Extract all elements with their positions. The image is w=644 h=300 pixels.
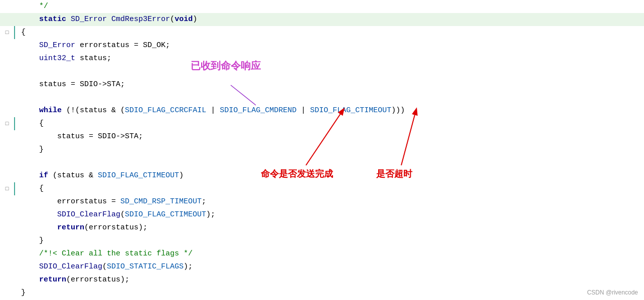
code-text-10: { [15,117,44,130]
code-text-8 [15,91,26,104]
gutter-10: □ [0,117,15,130]
code-text-14: if (status & SDIO_FLAG_CTIMEOUT) [15,169,184,182]
code-line-17: SDIO_ClearFlag(SDIO_FLAG_CTIMEOUT); [0,208,644,221]
code-text-9: while (!(status & (SDIO_FLAG_CCRCFAIL | … [15,104,405,117]
code-line-13 [0,156,644,169]
code-text-13 [15,156,26,169]
code-line-16: errorstatus = SD_CMD_RSP_TIMEOUT; [0,195,644,208]
code-line-2: static SD_Error CmdResp3Error(void) [0,13,644,26]
code-line-21: SDIO_ClearFlag(SDIO_STATIC_FLAGS); [0,260,644,273]
code-text-1: */ [15,0,48,13]
gutter-3: □ [0,26,15,39]
code-line-8 [0,91,644,104]
code-text-11: status = SDIO->STA; [15,130,143,143]
gutter-15: □ [0,182,15,195]
code-line-12: } [0,143,644,156]
code-line-23: } [0,286,644,299]
code-line-5: uint32_t status; [0,52,644,65]
code-line-9: while (!(status & (SDIO_FLAG_CCRCFAIL | … [0,104,644,117]
code-line-19: } [0,234,644,247]
watermark: CSDN @rivencode [587,289,638,296]
code-text-3: { [15,26,26,39]
code-text-12: } [15,143,44,156]
code-text-4: SD_Error errorstatus = SD_OK; [15,39,170,52]
code-line-15: □ { [0,182,644,195]
code-line-14: if (status & SDIO_FLAG_CTIMEOUT) [0,169,644,182]
code-line-3: □ { [0,26,644,39]
code-text-20: /*!< Clear all the static flags */ [15,247,193,260]
code-text-21: SDIO_ClearFlag(SDIO_STATIC_FLAGS); [15,260,193,273]
code-text-22: return(errorstatus); [15,273,129,286]
code-text-16: errorstatus = SD_CMD_RSP_TIMEOUT; [15,195,206,208]
code-text-18: return(errorstatus); [15,221,147,234]
code-line-20: /*!< Clear all the static flags */ [0,247,644,260]
code-text-19: } [15,234,44,247]
code-line-11: status = SDIO->STA; [0,130,644,143]
code-line-4: SD_Error errorstatus = SD_OK; [0,39,644,52]
code-line-18: return(errorstatus); [0,221,644,234]
code-line-22: return(errorstatus); [0,273,644,286]
code-text-7: status = SDIO->STA; [15,78,125,91]
code-text-6 [15,65,26,78]
code-text-23: } [15,286,26,299]
code-line-1: */ [0,0,644,13]
code-line-6 [0,65,644,78]
code-container: */ static SD_Error CmdResp3Error(void) □… [0,0,644,300]
code-text-5: uint32_t status; [15,52,111,65]
code-line-7: status = SDIO->STA; [0,78,644,91]
code-text-15: { [15,182,44,195]
code-text-17: SDIO_ClearFlag(SDIO_FLAG_CTIMEOUT); [15,208,215,221]
code-line-10: □ { [0,117,644,130]
code-text-2: static SD_Error CmdResp3Error(void) [15,13,197,26]
